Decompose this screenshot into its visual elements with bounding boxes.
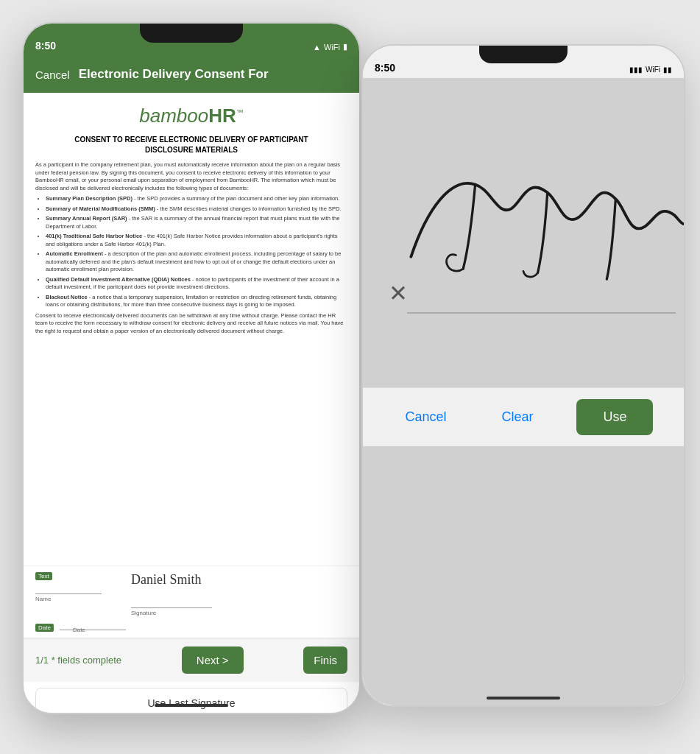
right-signal-icon: ▮▮▮ (629, 66, 643, 74)
use-last-sig-title: Use Last Signature (48, 697, 335, 709)
cancel-button[interactable]: Cancel (35, 68, 70, 81)
logo-pre: bamboo (139, 105, 208, 127)
name-tag: Text (35, 572, 52, 580)
left-notch (140, 24, 243, 43)
doc-list: Summary Plan Description (SPD) - the SPD… (35, 195, 347, 309)
left-status-icons: ▲ WiFi ▮ (313, 42, 347, 52)
date-tag: Date (35, 624, 54, 632)
sig-field[interactable]: Daniel Smith Signature (131, 572, 212, 616)
battery-icon: ▮ (343, 42, 347, 52)
list-item-auto: Automatic Enrollment - a description of … (46, 250, 347, 274)
list-item-smm: Summary of Material Modifications (SMM) … (46, 205, 347, 214)
fields-complete-count: 1/1 * fields complete (35, 655, 121, 666)
signal-icon: ▲ (313, 43, 321, 52)
finish-button[interactable]: Finis (303, 646, 347, 674)
name-field[interactable]: Text Name (35, 572, 102, 616)
signature-fields: Text Name Daniel Smith Signature (24, 566, 359, 622)
list-item-spd: Summary Plan Description (SPD) - the SPD… (46, 195, 347, 203)
doc-title-line1: CONSENT TO RECEIVE ELECTRONIC DELIVERY O… (35, 135, 347, 145)
svg-text:✕: ✕ (389, 281, 408, 306)
cancel-signature-button[interactable]: Cancel (393, 402, 458, 432)
name-label: Name (35, 596, 102, 602)
nav-title: Electronic Delivery Consent For (79, 67, 269, 82)
scene: 8:50 ▲ WiFi ▮ Cancel Electronic Delivery… (0, 0, 700, 754)
right-bottom-area (363, 446, 684, 707)
doc-consent: Consent to receive electronically delive… (35, 312, 347, 336)
right-status-time: 8:50 (375, 62, 395, 74)
date-label: Date (73, 627, 85, 633)
list-item-401k: 401(k) Traditional Safe Harbor Notice - … (46, 233, 347, 248)
wifi-icon: WiFi (324, 43, 340, 52)
logo-text: bambooHR™ (139, 105, 244, 127)
left-status-time: 8:50 (35, 40, 56, 52)
right-notch (479, 46, 568, 63)
logo-tm: ™ (236, 108, 244, 116)
use-signature-button[interactable]: Use (576, 399, 653, 435)
list-item-qdia: Qualified Default Investment Alternative… (46, 276, 347, 292)
right-wifi-icon: WiFi (646, 66, 660, 74)
next-button[interactable]: Next > (182, 646, 244, 674)
doc-intro: As a participant in the company retireme… (35, 161, 347, 192)
sig-label: Signature (131, 610, 212, 616)
right-phone: 8:50 ▮▮▮ WiFi ▮▮ ✕ (361, 44, 685, 707)
right-battery-icon: ▮▮ (663, 66, 672, 74)
nav-bar: Cancel Electronic Delivery Consent For (24, 56, 359, 93)
signature-canvas-panel[interactable]: ✕ (363, 78, 684, 387)
document-body: As a participant in the company retireme… (35, 161, 347, 335)
list-item-sar: Summary Annual Report (SAR) - the SAR is… (46, 215, 347, 230)
home-indicator-right (487, 697, 560, 700)
doc-title-line2: DISCLOSURE MATERIALS (35, 145, 347, 155)
signature-options: Use Last Signature Edit Signature (24, 682, 359, 714)
document-title: CONSENT TO RECEIVE ELECTRONIC DELIVERY O… (35, 135, 347, 155)
document-content: bambooHR™ CONSENT TO RECEIVE ELECTRONIC … (24, 93, 359, 566)
list-item-blackout: Blackout Notice - a notice that a tempor… (46, 294, 347, 309)
home-indicator-left (155, 704, 228, 707)
date-field-row: Date Date (24, 622, 359, 638)
signature-large-svg: ✕ (363, 78, 684, 387)
bamboo-logo: bambooHR™ (35, 105, 347, 127)
right-status-icons: ▮▮▮ WiFi ▮▮ (629, 66, 672, 74)
bottom-action-bar: 1/1 * fields complete Next > Finis (24, 638, 359, 682)
fields-complete-text: 1/1 * fields complete (35, 655, 121, 666)
date-underline (60, 630, 126, 630)
left-phone: 8:50 ▲ WiFi ▮ Cancel Electronic Delivery… (22, 22, 361, 714)
sig-underline (131, 607, 212, 608)
signature-action-bar: Cancel Clear Use (363, 387, 684, 446)
clear-signature-button[interactable]: Clear (489, 402, 545, 432)
signature-cursive: Daniel Smith (131, 572, 212, 594)
logo-bold: HR (208, 105, 236, 127)
use-last-signature[interactable]: Use Last Signature (35, 688, 347, 714)
name-underline (35, 593, 102, 594)
